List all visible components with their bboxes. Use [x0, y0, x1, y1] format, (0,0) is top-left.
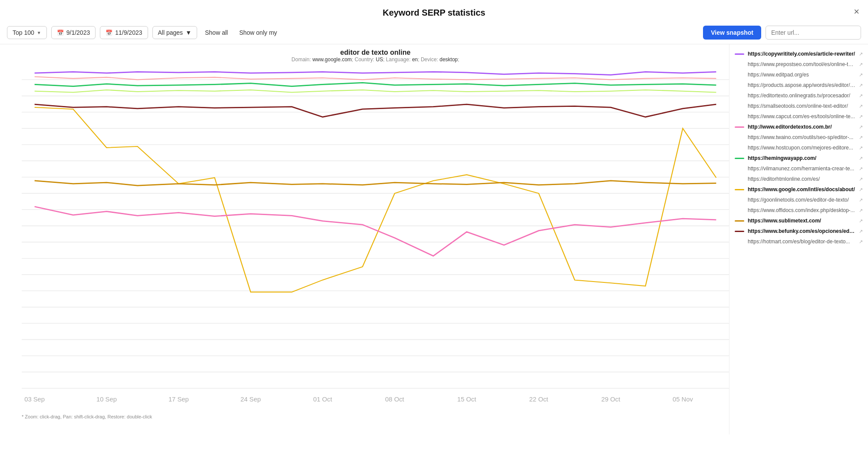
chart-container: editor de texto online Domain: www.googl…	[0, 44, 729, 434]
external-link-icon[interactable]: ↗	[859, 239, 863, 245]
svg-text:22 Oct: 22 Oct	[529, 396, 548, 403]
legend-color-line	[735, 199, 744, 201]
legend-item[interactable]: https://editortexto.onlinegratis.tv/proc…	[729, 90, 868, 101]
legend-color-line	[735, 220, 744, 222]
legend-item[interactable]: https://www.editpad.org/es↗	[729, 70, 868, 80]
show-all-button[interactable]: Show all	[201, 27, 231, 39]
legend-color-line	[735, 231, 744, 232]
external-link-icon[interactable]: ↗	[859, 124, 863, 130]
legend-item[interactable]: https://goonlinetools.com/es/editor-de-t…	[729, 195, 868, 205]
legend-item[interactable]: https://www.capcut.com/es-es/tools/onlin…	[729, 111, 868, 122]
legend-color-line	[735, 116, 744, 117]
external-link-icon[interactable]: ↗	[859, 187, 863, 192]
chart-title-area: editor de texto online Domain: www.googl…	[22, 49, 729, 63]
svg-text:15 Oct: 15 Oct	[457, 396, 476, 403]
legend-color-line	[735, 137, 744, 138]
legend-color-line	[735, 147, 744, 149]
external-link-icon[interactable]: ↗	[859, 208, 863, 213]
close-button[interactable]: ×	[854, 7, 859, 17]
legend-color-line	[735, 64, 744, 65]
external-link-icon[interactable]: ↗	[859, 197, 863, 203]
svg-text:05 Nov: 05 Nov	[673, 396, 693, 403]
date-start-picker[interactable]: 📅 9/1/2023	[51, 26, 96, 39]
legend-url-text: https://www.editpad.org/es	[748, 72, 855, 78]
external-link-icon[interactable]: ↗	[859, 176, 863, 182]
external-link-icon[interactable]: ↗	[859, 145, 863, 151]
chart-svg-wrap: 5 10 15 20 25 30 35 40 45 50 55 60 65 70…	[22, 63, 729, 412]
legend-color-line	[735, 168, 744, 169]
legend-panel: https://copywrititely.com/es/article-rew…	[729, 44, 868, 434]
legend-color-line	[735, 74, 744, 76]
legend-url-text: https://copywrititely.com/es/article-rew…	[748, 51, 855, 57]
legend-color-line	[735, 85, 744, 86]
date-end-picker[interactable]: 📅 11/9/2023	[100, 26, 148, 39]
zoom-hint: * Zoom: click-drag, Pan: shift-click-dra…	[22, 412, 729, 419]
svg-text:29 Oct: 29 Oct	[601, 396, 620, 403]
svg-text:24 Sep: 24 Sep	[241, 396, 261, 403]
chart-subtitle: Domain: www.google.com; Country: US; Lan…	[22, 56, 729, 63]
calendar-icon-end: 📅	[106, 30, 112, 36]
external-link-icon[interactable]: ↗	[859, 72, 863, 78]
legend-url-text: https://products.aspose.app/words/es/edi…	[748, 82, 855, 88]
legend-item[interactable]: https://editorhtmlonline.com/es/↗	[729, 174, 868, 184]
legend-url-text: https://www.sublimetext.com/	[748, 218, 855, 224]
all-pages-select[interactable]: All pages ▼	[152, 26, 197, 39]
legend-item[interactable]: https://vilmanunez.com/herramienta-crear…	[729, 163, 868, 174]
external-link-icon[interactable]: ↗	[859, 83, 863, 88]
view-snapshot-button[interactable]: View snapshot	[703, 26, 761, 40]
external-link-icon[interactable]: ↗	[859, 156, 863, 161]
legend-item[interactable]: https://hemingwayapp.com/↗	[729, 153, 868, 163]
legend-url-text: https://www.hostcupon.com/mejores-editor…	[748, 145, 855, 151]
legend-url-text: http://www.editordetextos.com.br/	[748, 124, 855, 130]
external-link-icon[interactable]: ↗	[859, 166, 863, 172]
toolbar: Top 100 ▼ 📅 9/1/2023 📅 11/9/2023 All pag…	[0, 22, 868, 44]
calendar-icon-start: 📅	[57, 30, 64, 36]
legend-item[interactable]: https://copywrititely.com/es/article-rew…	[729, 49, 868, 59]
legend-item[interactable]: https://www.befunky.com/es/opciones/edit…	[729, 226, 868, 236]
external-link-icon[interactable]: ↗	[859, 103, 863, 109]
url-input[interactable]	[766, 26, 861, 40]
svg-text:01 Oct: 01 Oct	[313, 396, 332, 403]
modal-header: Keyword SERP statistics ×	[0, 0, 868, 22]
legend-item[interactable]: https://www.prepostseo.com/tool/es/onlin…	[729, 59, 868, 70]
external-link-icon[interactable]: ↗	[859, 229, 863, 234]
external-link-icon[interactable]: ↗	[859, 135, 863, 140]
legend-item[interactable]: https://products.aspose.app/words/es/edi…	[729, 80, 868, 90]
legend-item[interactable]: https://www.google.com/intl/es/docs/abou…	[729, 184, 868, 195]
show-only-my-button[interactable]: Show only my	[236, 27, 281, 39]
legend-item[interactable]: http://www.editordetextos.com.br/↗	[729, 122, 868, 132]
svg-text:10 Sep: 10 Sep	[96, 396, 117, 403]
legend-url-text: https://editortexto.onlinegratis.tv/proc…	[748, 93, 855, 99]
legend-item[interactable]: https://www.sublimetext.com/↗	[729, 216, 868, 226]
legend-item[interactable]: https://smallseotools.com/online-text-ed…	[729, 101, 868, 111]
legend-item[interactable]: https://www.twaino.com/outils/seo-sp/edi…	[729, 132, 868, 143]
legend-item[interactable]: https://hotmart.com/es/blog/editor-de-te…	[729, 236, 868, 247]
svg-text:03 Sep: 03 Sep	[24, 396, 45, 403]
legend-url-text: https://www.google.com/intl/es/docs/abou…	[748, 186, 855, 192]
external-link-icon[interactable]: ↗	[859, 114, 863, 119]
legend-url-text: https://smallseotools.com/online-text-ed…	[748, 103, 855, 109]
svg-rect-0	[22, 63, 729, 400]
legend-url-text: https://vilmanunez.com/herramienta-crear…	[748, 166, 855, 172]
top100-arrow: ▼	[37, 30, 41, 35]
external-link-icon[interactable]: ↗	[859, 51, 863, 57]
legend-url-text: https://hotmart.com/es/blog/editor-de-te…	[748, 239, 855, 245]
legend-url-text: https://hemingwayapp.com/	[748, 155, 855, 161]
legend-color-line	[735, 53, 744, 55]
legend-color-line	[735, 106, 744, 107]
legend-item[interactable]: https://www.offidocs.com/index.php/deskt…	[729, 205, 868, 216]
serp-chart: 5 10 15 20 25 30 35 40 45 50 55 60 65 70…	[22, 63, 729, 412]
svg-text:08 Oct: 08 Oct	[385, 396, 404, 403]
legend-color-line	[735, 189, 744, 190]
svg-text:17 Sep: 17 Sep	[168, 396, 189, 403]
legend-color-line	[735, 158, 744, 159]
external-link-icon[interactable]: ↗	[859, 218, 863, 224]
legend-url-text: https://www.befunky.com/es/opciones/edit…	[748, 228, 855, 234]
legend-item[interactable]: https://www.hostcupon.com/mejores-editor…	[729, 143, 868, 153]
legend-color-line	[735, 126, 744, 128]
external-link-icon[interactable]: ↗	[859, 93, 863, 99]
external-link-icon[interactable]: ↗	[859, 62, 863, 67]
legend-url-text: https://www.offidocs.com/index.php/deskt…	[748, 207, 855, 213]
legend-color-line	[735, 210, 744, 211]
top100-select[interactable]: Top 100 ▼	[7, 26, 47, 39]
